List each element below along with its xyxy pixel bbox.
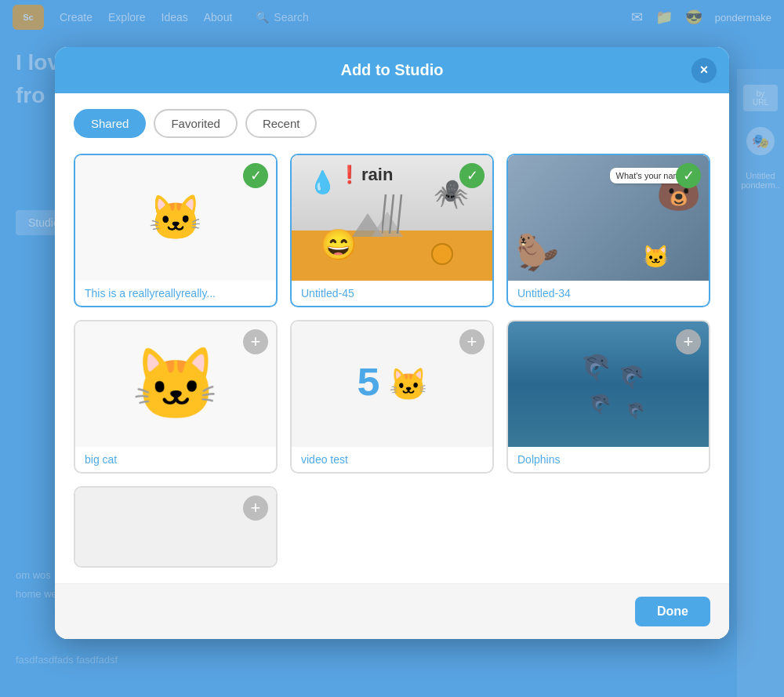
project-plus-badge-5: + — [459, 329, 485, 354]
svg-line-4 — [397, 194, 401, 234]
svg-line-3 — [390, 194, 394, 234]
project-name-1: This is a reallyreallyreally... — [75, 281, 276, 306]
project-card-4[interactable]: 🐱 + big cat — [74, 320, 278, 474]
dolphin-icon-3: 🐬 — [618, 365, 645, 390]
done-button[interactable]: Done — [635, 597, 710, 626]
cat-sprite-icon: 🐱 — [642, 244, 670, 270]
project-card-2[interactable]: 💧 ❗ rain 😄 🕷️ — [290, 154, 494, 307]
modal-footer: Done — [55, 583, 729, 639]
modal-title: Add to Studio — [340, 61, 443, 79]
project-card-3[interactable]: 🦫 🐱 🐻 What's your name? ✓ Untitled-34 — [506, 154, 710, 307]
dolphin-row-2: 🐬 🐬 — [618, 365, 645, 420]
project-name-4: big cat — [75, 447, 276, 472]
video-test-content: 5 🐱 — [356, 361, 427, 408]
dolphin-icon-4: 🐬 — [618, 401, 645, 420]
project-check-badge-3: ✓ — [676, 163, 701, 188]
project-plus-badge-7: + — [243, 496, 268, 521]
water-drop-icon: 💧 — [309, 169, 336, 195]
project-plus-badge-6: + — [676, 329, 701, 354]
project-check-badge-2: ✓ — [459, 163, 485, 188]
running-cat-icon: 🐱 — [389, 366, 428, 403]
project-name-6: Dolphins — [508, 447, 709, 472]
project-name-2: Untitled-45 — [292, 281, 492, 306]
error-icon: ❗ — [339, 165, 360, 185]
modal-body: Shared Favorited Recent 🐱 ✓ This is a re… — [55, 93, 729, 583]
dark-animal-icon: 🦫 — [516, 232, 559, 273]
tab-favorited[interactable]: Favorited — [154, 109, 238, 138]
tab-bar: Shared Favorited Recent — [74, 109, 710, 138]
project-name-3: Untitled-34 — [508, 281, 709, 306]
tab-recent[interactable]: Recent — [245, 109, 318, 138]
project-card-6[interactable]: 🐬 🐬 🐬 🐬 + Dolphins — [506, 320, 710, 474]
project-card-1[interactable]: 🐱 ✓ This is a reallyreallyreally... — [74, 154, 278, 307]
project-card-7[interactable]: + — [74, 486, 278, 568]
rain-text: rain — [361, 165, 393, 185]
tab-shared[interactable]: Shared — [74, 109, 146, 138]
project-plus-badge-4: + — [243, 329, 268, 354]
project-name-5: video test — [292, 447, 492, 472]
modal-overlay: Add to Studio × Shared Favorited Recent … — [0, 0, 784, 697]
dolphin-row-1: 🐬 🐬 — [572, 353, 612, 416]
coin-icon — [431, 243, 453, 265]
smiley-face-icon: 😄 — [320, 227, 357, 262]
dolphin-icon-2: 🐬 — [588, 394, 612, 416]
project-check-badge-1: ✓ — [243, 163, 268, 188]
projects-grid: 🐱 ✓ This is a reallyreallyreally... 💧 ❗ … — [74, 154, 710, 568]
streaks-svg — [382, 194, 405, 234]
number-5-icon: 5 — [356, 361, 380, 408]
big-cat-icon: 🐱 — [132, 349, 220, 419]
project-card-5[interactable]: 5 🐱 + video test — [290, 320, 494, 474]
dolphin-icon-1: 🐬 — [572, 353, 612, 383]
svg-line-2 — [382, 194, 386, 234]
add-to-studio-modal: Add to Studio × Shared Favorited Recent … — [55, 47, 729, 639]
rain-title: ❗ rain — [339, 165, 393, 185]
modal-header: Add to Studio × — [55, 47, 729, 93]
close-button[interactable]: × — [691, 58, 717, 83]
scratch-cat-icon: 🐱 — [148, 196, 203, 240]
